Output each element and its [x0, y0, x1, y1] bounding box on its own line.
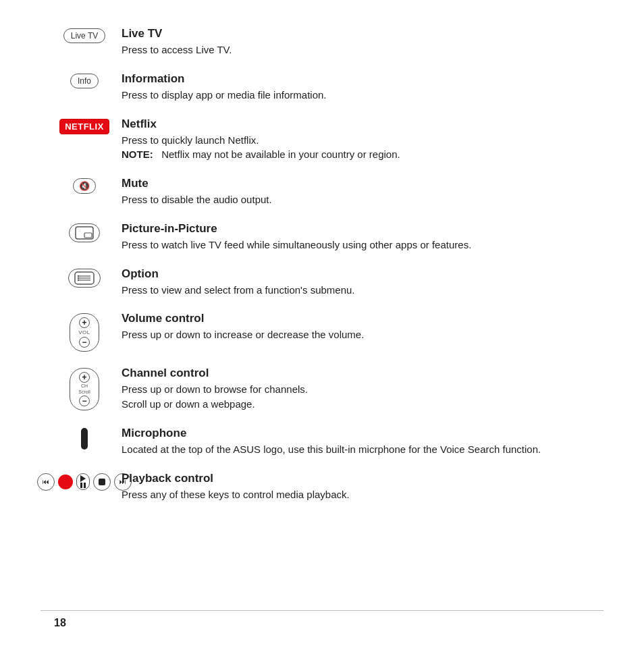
volume-minus-icon: − — [79, 337, 90, 348]
pip-desc: Press to watch live TV feed while simult… — [122, 238, 590, 252]
microphone-desc: Located at the top of the ASUS logo, use… — [122, 442, 590, 457]
microphone-icon — [54, 427, 115, 450]
stop-shape-icon — [99, 479, 105, 485]
play-pause-icon — [76, 473, 90, 490]
info-icon: Info — [54, 72, 115, 88]
live-tv-title: Live TV — [122, 27, 590, 40]
volume-plus-icon: + — [79, 317, 90, 328]
volume-desc: Press up or down to increase or decrease… — [122, 327, 590, 342]
list-item: Live TV Live TV Press to access Live TV. — [54, 27, 590, 57]
list-item: Picture-in-Picture Press to watch live T… — [54, 222, 590, 252]
microphone-title: Microphone — [122, 427, 590, 440]
netflix-desc: Press to quickly launch Netflix. — [122, 133, 590, 148]
option-desc: Press to view and select from a function… — [122, 283, 590, 298]
netflix-text: Netflix Press to quickly launch Netflix.… — [115, 117, 590, 163]
channel-text: Channel control Press up or down to brow… — [115, 367, 590, 412]
option-icon — [54, 267, 115, 288]
mute-button-icon: 🔇 — [73, 178, 96, 194]
channel-desc: Press up or down to browse for channels.… — [122, 382, 590, 412]
list-item: Microphone Located at the top of the ASU… — [54, 427, 590, 457]
list-item: + CHScroll − Channel control Press up or… — [54, 367, 590, 412]
info-button-icon: Info — [70, 74, 99, 88]
svg-rect-1 — [84, 233, 92, 238]
netflix-title: Netflix — [122, 117, 590, 131]
information-desc: Press to display app or media file infor… — [122, 88, 590, 103]
netflix-icon: NETFLIX — [54, 117, 115, 134]
list-item: Option Press to view and select from a f… — [54, 267, 590, 298]
netflix-note: NOTE: Netflix may not be available in yo… — [122, 147, 590, 162]
svg-point-6 — [78, 275, 79, 276]
live-tv-icon: Live TV — [54, 27, 115, 43]
option-text: Option Press to view and select from a f… — [115, 267, 590, 298]
pause-bar-right — [84, 483, 86, 488]
svg-point-7 — [78, 277, 79, 278]
playback-title: Playback control — [122, 472, 590, 485]
stop-icon — [93, 473, 111, 491]
channel-minus-icon: − — [79, 396, 90, 406]
playback-desc: Press any of these keys to control media… — [122, 487, 590, 502]
mute-desc: Press to disable the audio output. — [122, 192, 590, 207]
pause-icon — [80, 483, 86, 488]
pause-bar-left — [80, 483, 82, 488]
netflix-badge-icon: NETFLIX — [59, 119, 109, 134]
live-tv-button-icon: Live TV — [63, 28, 105, 43]
list-item: 🔇 Mute Press to disable the audio output… — [54, 177, 590, 207]
volume-text: Volume control Press up or down to incre… — [115, 312, 590, 342]
channel-plus-icon: + — [79, 372, 90, 383]
information-text: Information Press to display app or medi… — [115, 72, 590, 103]
volume-control-icon: + VOL − — [70, 313, 99, 352]
list-item: NETFLIX Netflix Press to quickly launch … — [54, 117, 590, 163]
page-number: 18 — [54, 617, 66, 629]
live-tv-text: Live TV Press to access Live TV. — [115, 27, 590, 57]
mute-title: Mute — [122, 177, 590, 190]
volume-label-icon: VOL — [78, 329, 90, 335]
playback-text: Playback control Press any of these keys… — [115, 472, 590, 502]
mute-text: Mute Press to disable the audio output. — [115, 177, 590, 207]
list-item: Info Information Press to display app or… — [54, 72, 590, 103]
list-item: ⏮ ⏭ Playback contr — [54, 472, 590, 502]
channel-label-icon: CHScroll — [78, 383, 90, 395]
channel-icon: + CHScroll − — [54, 367, 115, 410]
pip-text: Picture-in-Picture Press to watch live T… — [115, 222, 590, 252]
record-icon — [58, 475, 73, 489]
pip-title: Picture-in-Picture — [122, 222, 590, 236]
pip-icon — [54, 222, 115, 242]
option-title: Option — [122, 267, 590, 281]
playback-icon: ⏮ ⏭ — [54, 472, 115, 491]
svg-point-8 — [78, 279, 79, 280]
list-item: + VOL − Volume control Press up or down … — [54, 312, 590, 352]
live-tv-desc: Press to access Live TV. — [122, 43, 590, 57]
bottom-divider — [41, 610, 603, 611]
microphone-shape-icon — [81, 428, 88, 450]
option-button-icon — [68, 269, 101, 288]
page: Live TV Live TV Press to access Live TV.… — [0, 0, 644, 648]
volume-title: Volume control — [122, 312, 590, 325]
information-title: Information — [122, 72, 590, 86]
channel-control-icon: + CHScroll − — [70, 368, 99, 410]
mute-icon: 🔇 — [54, 177, 115, 194]
volume-icon: + VOL − — [54, 312, 115, 352]
pip-button-icon — [69, 223, 100, 242]
rewind-icon: ⏮ — [37, 473, 55, 491]
channel-title: Channel control — [122, 367, 590, 380]
microphone-text: Microphone Located at the top of the ASU… — [115, 427, 590, 457]
play-icon — [80, 475, 86, 482]
